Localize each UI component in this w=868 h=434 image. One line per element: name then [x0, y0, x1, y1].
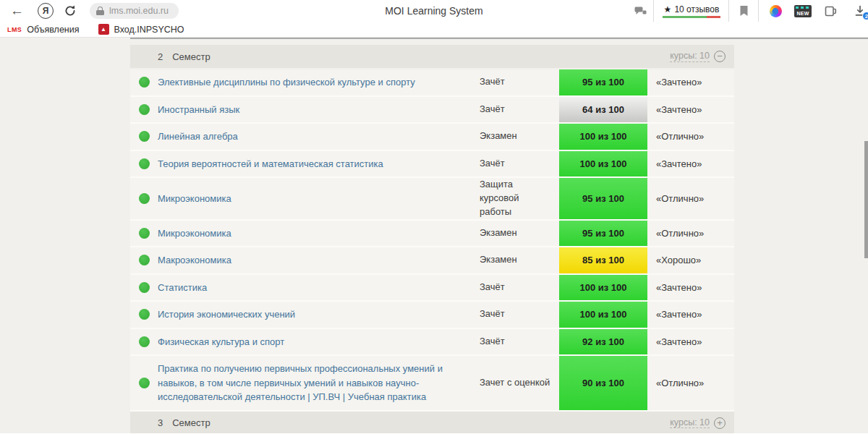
exam-type: Защита курсовой работы	[480, 178, 559, 219]
status-dot-icon	[139, 282, 150, 293]
course-link[interactable]: Элективные дисциплины по физической куль…	[158, 77, 415, 88]
yandex-home-button[interactable]: Я	[38, 0, 54, 22]
status-cell	[130, 193, 158, 204]
status-cell	[130, 228, 158, 239]
address-bar[interactable]: lms.moi.edu.ru	[90, 0, 179, 22]
course-link[interactable]: Физическая культура и спорт	[158, 336, 284, 347]
score-cell: 100 из 100	[559, 275, 647, 301]
expand-icon[interactable]: +	[714, 417, 726, 429]
toolbar-separator	[758, 0, 759, 22]
grade-value: «Зачтено»	[647, 158, 734, 169]
extension-button[interactable]	[770, 0, 782, 22]
course-cell: Линейная алгебра	[158, 124, 480, 150]
course-link[interactable]: Микроэкономика	[158, 228, 231, 239]
reviews-label: 10 отзывов	[674, 4, 719, 14]
url-text[interactable]: lms.moi.edu.ru	[109, 6, 169, 16]
score-cell: 90 из 100	[559, 356, 647, 410]
exam-type: Зачёт	[480, 157, 559, 171]
semester-label: Семестр	[172, 417, 210, 428]
semester-number: 2	[158, 51, 163, 62]
exam-type: Зачёт	[480, 307, 559, 321]
table-row: Линейная алгебра Экзамен 100 из 100 «Отл…	[130, 124, 734, 151]
course-cell: Микроэкономика	[158, 186, 480, 212]
course-link[interactable]: Теория вероятностей и математическая ста…	[158, 158, 383, 169]
score-badge: 64 из 100	[559, 97, 647, 123]
back-arrow-icon: ←	[10, 3, 24, 19]
courses-count-link[interactable]: курсы: 10	[670, 51, 710, 61]
exam-type: Зачёт	[480, 335, 559, 349]
status-dot-icon	[139, 228, 150, 239]
grade-value: «Отлично»	[647, 131, 734, 142]
score-cell: 100 из 100	[559, 124, 647, 150]
collapse-icon[interactable]: −	[714, 51, 726, 62]
score-badge: 100 из 100	[559, 124, 647, 150]
table-row: Иностранный язык Зачёт 64 из 100 «Зачтен…	[130, 97, 734, 124]
new-extension-button[interactable]: NEW	[794, 0, 812, 22]
rating-bar	[663, 16, 720, 18]
table-row: История экономических учений Зачёт 100 и…	[130, 302, 734, 329]
exam-type: Зачет с оценкой	[480, 376, 559, 390]
course-link[interactable]: Практика по получению первичных професси…	[158, 363, 443, 402]
table-row: Практика по получению первичных професси…	[130, 356, 734, 412]
exam-type: Зачёт	[480, 281, 559, 294]
course-link[interactable]: Линейная алгебра	[158, 131, 238, 142]
score-badge: 100 из 100	[559, 275, 647, 301]
table-row: Физическая культура и спорт Зачёт 92 из …	[130, 329, 734, 357]
status-dot-icon	[139, 131, 150, 142]
status-cell	[130, 77, 158, 88]
grade-value: «Зачтено»	[647, 282, 734, 293]
score-badge: 85 из 100	[559, 247, 647, 273]
course-link[interactable]: Макроэкономика	[158, 255, 231, 265]
page-viewport: 2 Семестр курсы: 10 − Элективные дисципл…	[0, 38, 868, 433]
bookmark-flag-icon	[739, 5, 749, 17]
course-cell: Элективные дисциплины по физической куль…	[158, 69, 480, 95]
grade-value: «Отлично»	[647, 193, 734, 204]
course-cell: Физическая культура и спорт	[158, 329, 480, 355]
course-cell: Иностранный язык	[158, 97, 480, 123]
content-top-border	[130, 38, 868, 39]
downloads-button[interactable]: 2	[852, 0, 868, 22]
lms-favicon: LMS	[7, 26, 22, 33]
inpsycho-favicon: ▲	[98, 24, 109, 35]
table-row: Микроэкономика Экзамен 95 из 100 «Отличн…	[130, 221, 734, 248]
semester-label: Семестр	[172, 51, 210, 62]
semester-number: 3	[158, 417, 163, 428]
reviews-rating[interactable]: ★ 10 отзывов	[663, 0, 720, 22]
score-cell: 100 из 100	[559, 151, 647, 177]
side-panel-icon	[823, 5, 838, 17]
course-cell: История экономических учений	[158, 302, 480, 328]
downloads-count-badge: 2	[862, 12, 868, 20]
score-cell: 85 из 100	[559, 247, 647, 273]
score-badge: 92 из 100	[559, 329, 647, 355]
score-badge: 100 из 100	[559, 302, 647, 328]
course-link[interactable]: Статистика	[158, 282, 207, 293]
course-link[interactable]: Микроэкономика	[158, 193, 231, 204]
exam-type: Зачёт	[480, 103, 559, 116]
status-cell	[130, 309, 158, 320]
courses-count-link[interactable]: курсы: 10	[670, 417, 710, 428]
scrollbar-track[interactable]	[862, 38, 868, 433]
exam-type: Зачёт	[480, 75, 559, 89]
bookmark-item-announcements[interactable]: LMS Объявления	[7, 25, 80, 35]
course-link[interactable]: Иностранный язык	[158, 104, 239, 115]
scrollbar-thumb[interactable]	[864, 141, 868, 258]
status-dot-icon	[139, 77, 150, 88]
side-panel-button[interactable]	[823, 0, 838, 22]
course-link[interactable]: История экономических учений	[158, 309, 295, 320]
score-cell: 95 из 100	[559, 69, 647, 95]
toolbar-separator	[653, 0, 654, 22]
browser-toolbar: ← Я lms.moi.edu.ru MOI Learning System ★…	[0, 0, 868, 22]
semester-3-header: 3 Семестр курсы: 10 +	[130, 412, 734, 433]
table-row: Теория вероятностей и математическая ста…	[130, 151, 734, 179]
score-cell: 100 из 100	[559, 302, 647, 328]
protect-icon	[634, 5, 647, 17]
refresh-icon	[64, 4, 77, 17]
protect-button[interactable]	[634, 0, 647, 22]
back-button[interactable]: ←	[10, 0, 24, 22]
refresh-button[interactable]	[64, 0, 77, 22]
grades-panel: 2 Семестр курсы: 10 − Элективные дисципл…	[130, 45, 734, 433]
bookmark-item-inpsycho[interactable]: ▲ Вход.INPSYCHO	[98, 24, 184, 35]
bookmark-flag-button[interactable]	[739, 0, 749, 22]
bookmarks-bar: LMS Объявления ▲ Вход.INPSYCHO	[0, 22, 868, 38]
grade-value: «Зачтено»	[647, 104, 734, 115]
